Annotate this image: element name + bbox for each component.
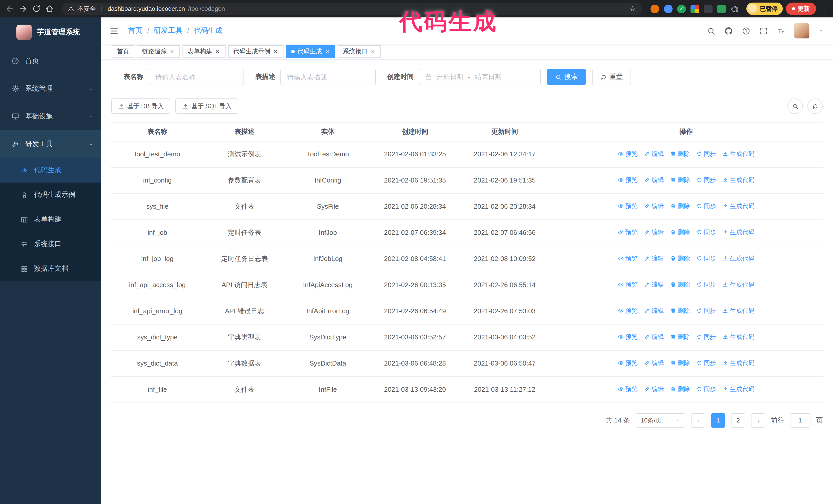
- edit-link[interactable]: 编辑: [644, 254, 664, 263]
- browser-back-button[interactable]: [5, 4, 14, 13]
- edit-link[interactable]: 编辑: [644, 306, 664, 315]
- preview-link[interactable]: 预览: [618, 332, 638, 341]
- edit-link[interactable]: 编辑: [644, 385, 664, 394]
- sidebar-item-codegen-example[interactable]: 代码生成示例: [0, 183, 101, 207]
- generate-code-link[interactable]: 生成代码: [722, 306, 755, 315]
- delete-link[interactable]: 删除: [670, 280, 690, 289]
- generate-code-link[interactable]: 生成代码: [722, 385, 755, 394]
- tab-api[interactable]: 系统接口: [338, 45, 381, 58]
- sync-link[interactable]: 同步: [696, 385, 716, 394]
- edit-link[interactable]: 编辑: [644, 149, 664, 159]
- preview-link[interactable]: 预览: [618, 358, 638, 368]
- sync-link[interactable]: 同步: [696, 227, 716, 237]
- generate-code-link[interactable]: 生成代码: [722, 358, 755, 368]
- browser-forward-button[interactable]: [19, 4, 28, 13]
- extension-icon-orange[interactable]: [650, 4, 659, 13]
- edit-link[interactable]: 编辑: [644, 227, 664, 237]
- date-range-picker[interactable]: 开始日期 - 结束日期: [419, 69, 541, 85]
- fontsize-icon[interactable]: [777, 26, 785, 35]
- tab-form-builder[interactable]: 表单构建: [183, 45, 225, 58]
- preview-link[interactable]: 预览: [618, 385, 638, 394]
- extension-icon-leaf[interactable]: [717, 4, 725, 13]
- sidebar-item-api[interactable]: 系统接口: [0, 232, 101, 256]
- breadcrumb-item[interactable]: 研发工具: [154, 26, 183, 35]
- tab-home[interactable]: 首页: [112, 45, 134, 58]
- generate-code-link[interactable]: 生成代码: [722, 280, 755, 289]
- delete-link[interactable]: 删除: [670, 358, 690, 368]
- sidebar-item-codegen[interactable]: 代码生成: [0, 158, 101, 183]
- extension-grid-icon[interactable]: [690, 4, 699, 13]
- hamburger-icon[interactable]: [109, 26, 119, 35]
- github-icon[interactable]: [724, 26, 733, 35]
- search-icon[interactable]: [707, 26, 716, 35]
- preview-link[interactable]: 预览: [618, 201, 638, 211]
- goto-page-input[interactable]: [790, 413, 810, 428]
- delete-link[interactable]: 删除: [670, 149, 690, 159]
- edit-link[interactable]: 编辑: [644, 201, 664, 211]
- import-sql-button[interactable]: 基于 SQL 导入: [175, 98, 238, 114]
- edit-link[interactable]: 编辑: [644, 280, 664, 289]
- extension-icon-blue[interactable]: [664, 4, 672, 13]
- sidebar-item-db-doc[interactable]: 数据库文档: [0, 256, 101, 281]
- preview-link[interactable]: 预览: [618, 306, 638, 315]
- generate-code-link[interactable]: 生成代码: [722, 332, 755, 341]
- generate-code-link[interactable]: 生成代码: [722, 254, 755, 263]
- sidebar-item-home[interactable]: 首页: [0, 47, 101, 75]
- browser-home-button[interactable]: [45, 4, 54, 13]
- sync-link[interactable]: 同步: [696, 280, 716, 289]
- generate-code-link[interactable]: 生成代码: [722, 149, 755, 159]
- toggle-search-button[interactable]: [787, 98, 803, 114]
- table-name-input[interactable]: [149, 69, 244, 85]
- edit-link[interactable]: 编辑: [644, 332, 664, 341]
- preview-link[interactable]: 预览: [618, 175, 638, 185]
- delete-link[interactable]: 删除: [670, 306, 690, 315]
- preview-link[interactable]: 预览: [618, 280, 638, 289]
- delete-link[interactable]: 删除: [670, 227, 690, 237]
- extension-icon-dark[interactable]: [704, 4, 712, 13]
- tab-close-icon[interactable]: [215, 49, 220, 54]
- page-button-2[interactable]: 2: [731, 413, 745, 428]
- breadcrumb-item[interactable]: 首页: [128, 26, 143, 35]
- reset-button[interactable]: 重置: [592, 69, 631, 85]
- generate-code-link[interactable]: 生成代码: [722, 175, 755, 185]
- sidebar-item-system[interactable]: 系统管理: [0, 75, 101, 102]
- edit-link[interactable]: 编辑: [644, 175, 664, 185]
- bookmark-star-icon[interactable]: [629, 5, 636, 12]
- sidebar-item-devtools[interactable]: 研发工具: [0, 130, 101, 158]
- search-button[interactable]: 搜索: [547, 69, 586, 85]
- browser-reload-button[interactable]: [32, 4, 41, 13]
- tab-close-icon[interactable]: [169, 49, 175, 54]
- question-icon[interactable]: [742, 26, 751, 35]
- prev-page-button[interactable]: [691, 413, 705, 428]
- page-button-1[interactable]: 1: [711, 413, 725, 428]
- sync-link[interactable]: 同步: [696, 201, 716, 211]
- sidebar-item-infra[interactable]: 基础设施: [0, 102, 101, 130]
- user-avatar[interactable]: [794, 23, 809, 39]
- preview-link[interactable]: 预览: [618, 227, 638, 237]
- preview-link[interactable]: 预览: [618, 254, 638, 263]
- sync-link[interactable]: 同步: [696, 254, 716, 263]
- sync-link[interactable]: 同步: [696, 332, 716, 341]
- browser-menu-icon[interactable]: [820, 5, 828, 13]
- delete-link[interactable]: 删除: [670, 175, 690, 185]
- delete-link[interactable]: 删除: [670, 201, 690, 211]
- tab-codegen[interactable]: 代码生成: [286, 45, 335, 58]
- chevron-down-icon[interactable]: [818, 28, 824, 33]
- page-size-select[interactable]: 10条/页: [636, 413, 685, 428]
- puzzle-icon[interactable]: [730, 4, 739, 13]
- generate-code-link[interactable]: 生成代码: [722, 201, 755, 211]
- tab-tracer[interactable]: 链路追踪: [137, 45, 180, 58]
- tab-close-icon[interactable]: [325, 49, 330, 54]
- address-bar[interactable]: 不安全 dashboard.yudao.iocoder.cn/tool/code…: [62, 3, 642, 15]
- delete-link[interactable]: 删除: [670, 385, 690, 394]
- table-desc-input[interactable]: [280, 69, 376, 85]
- edit-link[interactable]: 编辑: [644, 358, 664, 368]
- generate-code-link[interactable]: 生成代码: [722, 227, 755, 237]
- sidebar-item-form-builder[interactable]: 表单构建: [0, 207, 101, 232]
- refresh-table-button[interactable]: [807, 98, 823, 114]
- delete-link[interactable]: 删除: [670, 332, 690, 341]
- sync-link[interactable]: 同步: [696, 175, 716, 185]
- sync-link[interactable]: 同步: [696, 358, 716, 368]
- tab-codegen-example[interactable]: 代码生成示例: [228, 45, 284, 58]
- next-page-button[interactable]: [751, 413, 765, 428]
